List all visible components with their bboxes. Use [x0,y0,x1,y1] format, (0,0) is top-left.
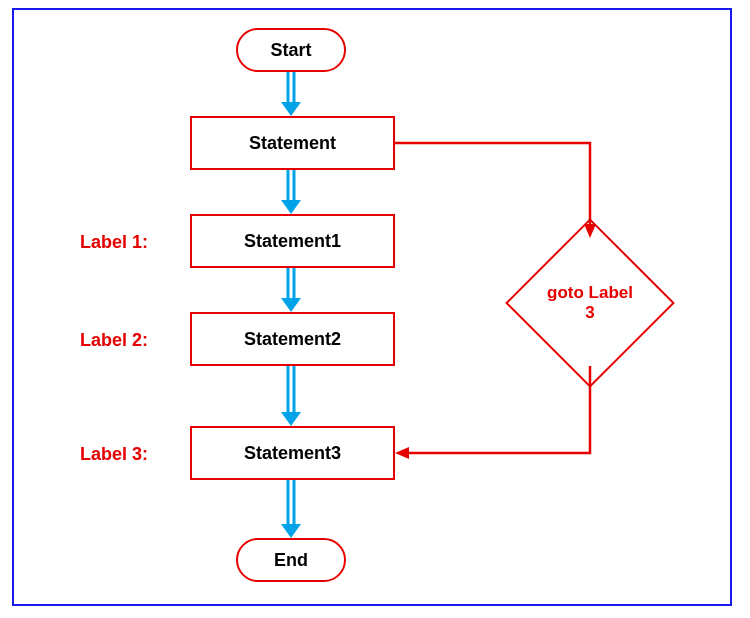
svg-marker-5 [281,200,301,214]
statement3-label: Statement3 [244,443,341,464]
svg-marker-2 [281,102,301,116]
connector-stmt-to-diamond [395,140,605,250]
statement-label: Statement [249,133,336,154]
start-label: Start [270,40,311,61]
end-label: End [274,550,308,571]
svg-marker-16 [395,447,409,459]
label-3: Label 3: [58,444,148,465]
decision-text: goto Label 3 [535,283,645,324]
statement1-box: Statement1 [190,214,395,268]
svg-marker-8 [281,298,301,312]
arrow-stmt-stmt1 [280,170,302,214]
arrow-stmt3-end [280,480,302,538]
statement1-label: Statement1 [244,231,341,252]
arrow-stmt1-stmt2 [280,268,302,312]
label-2: Label 2: [58,330,148,351]
arrow-stmt2-stmt3 [280,366,302,426]
start-terminator: Start [236,28,346,72]
decision-line2: 3 [585,303,594,322]
label-1: Label 1: [58,232,148,253]
decision-line1: goto Label [547,283,633,302]
svg-marker-15 [584,224,596,238]
arrow-start-stmt [280,72,302,116]
end-terminator: End [236,538,346,582]
flowchart-canvas: Start Statement Label 1: Statement1 Labe… [0,0,750,618]
statement2-label: Statement2 [244,329,341,350]
statement2-box: Statement2 [190,312,395,366]
connector-diamond-to-stmt3 [395,366,605,466]
statement-box: Statement [190,116,395,170]
svg-marker-14 [281,524,301,538]
statement3-box: Statement3 [190,426,395,480]
svg-marker-11 [281,412,301,426]
